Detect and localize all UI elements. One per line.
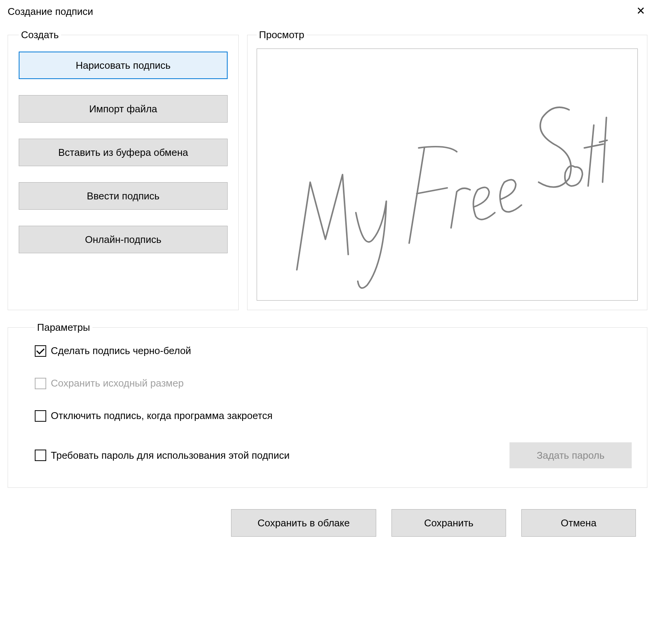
discard-checkbox[interactable] (35, 410, 46, 422)
create-group: Создать Нарисовать подпись Импорт файла … (8, 29, 239, 310)
require-password-label: Требовать пароль для использования этой … (51, 450, 289, 461)
create-legend: Создать (19, 29, 61, 41)
discard-label: Отключить подпись, когда программа закро… (51, 410, 272, 422)
dialog-title: Создание подписи (8, 6, 93, 18)
type-signature-button[interactable]: Ввести подпись (19, 182, 228, 210)
bw-checkbox[interactable] (35, 345, 46, 357)
paste-clipboard-button[interactable]: Вставить из буфера обмена (19, 139, 228, 166)
preview-group: Просмотр (247, 29, 647, 310)
require-password-checkbox[interactable] (35, 450, 46, 461)
signature-preview-canvas (257, 49, 638, 301)
bw-label: Сделать подпись черно-белой (51, 345, 191, 357)
keep-size-checkbox (35, 378, 46, 389)
save-cloud-button[interactable]: Сохранить в облаке (231, 509, 376, 537)
params-group: Параметры Сделать подпись черно-белой Со… (8, 322, 647, 488)
keep-size-label: Сохранить исходный размер (51, 377, 184, 389)
save-button[interactable]: Сохранить (391, 509, 506, 537)
import-file-button[interactable]: Импорт файла (19, 95, 228, 123)
signature-drawing (257, 49, 637, 300)
close-icon[interactable]: ✕ (634, 6, 647, 16)
preview-legend: Просмотр (257, 29, 307, 41)
draw-signature-button[interactable]: Нарисовать подпись (19, 52, 228, 79)
online-signature-button[interactable]: Онлайн-подпись (19, 226, 228, 253)
set-password-button: Задать пароль (509, 442, 632, 468)
params-legend: Параметры (35, 322, 92, 333)
cancel-button[interactable]: Отмена (521, 509, 636, 537)
